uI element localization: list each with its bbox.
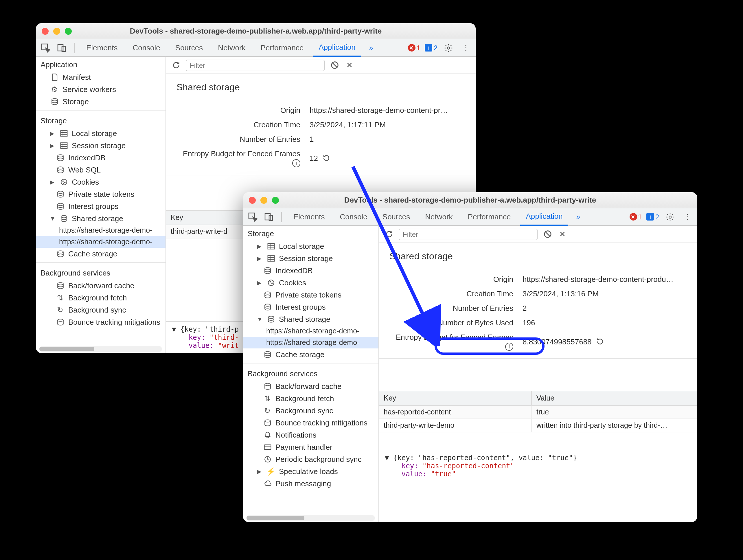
sync-icon: ⇅ — [55, 294, 65, 302]
info-icon[interactable]: i — [505, 342, 513, 350]
chevron-down-icon[interactable]: ▼ — [50, 215, 55, 222]
sidebar-item-bfcache[interactable]: Back/forward cache — [36, 279, 166, 292]
sidebar-item-bgsync[interactable]: ↻Background sync — [36, 304, 166, 316]
tab-network[interactable]: Network — [212, 39, 251, 56]
minimize-icon[interactable] — [53, 28, 60, 35]
tab-sources[interactable]: Sources — [377, 208, 416, 225]
sidebar-item-websql[interactable]: Web SQL — [36, 164, 166, 176]
minimize-icon[interactable] — [260, 197, 267, 204]
settings-icon[interactable] — [664, 210, 676, 223]
sidebar-scrollbar[interactable] — [39, 346, 162, 352]
chevron-down-icon[interactable]: ▼ — [257, 316, 263, 322]
sidebar-item-tokens[interactable]: Private state tokens — [36, 188, 166, 200]
sidebar-item-interest[interactable]: Interest groups — [243, 301, 379, 313]
sidebar-shared-origin[interactable]: https://shared-storage-demo- — [36, 225, 166, 236]
sidebar-item-cache[interactable]: Cache storage — [36, 248, 166, 260]
sidebar-item-bounce[interactable]: Bounce tracking mitigations — [243, 417, 379, 429]
chevron-right-icon[interactable]: ▶ — [257, 279, 263, 286]
sidebar-shared-origin-selected[interactable]: https://shared-storage-demo- — [243, 337, 379, 348]
sidebar-item-local-storage[interactable]: ▶Local storage — [243, 240, 379, 252]
tab-console[interactable]: Console — [334, 208, 373, 225]
sidebar-item-session-storage[interactable]: ▶Session storage — [36, 139, 166, 152]
sidebar-item-cache[interactable]: Cache storage — [243, 348, 379, 360]
sidebar-item-speculative[interactable]: ▶⚡Speculative loads — [243, 465, 379, 477]
tab-application[interactable]: Application — [313, 39, 361, 56]
sidebar-item-bgfetch[interactable]: ⇅Background fetch — [243, 392, 379, 404]
sidebar-item-bgsync[interactable]: ↻Background sync — [243, 404, 379, 417]
detail-line[interactable]: ▼ {key: "has-reported-content", value: "… — [385, 454, 692, 462]
chevron-right-icon[interactable]: ▶ — [257, 243, 263, 250]
kebab-icon[interactable]: ⋮ — [460, 41, 472, 54]
zoom-icon[interactable] — [65, 28, 72, 35]
sidebar-item-indexeddb[interactable]: IndexedDB — [243, 264, 379, 277]
sidebar-item-push[interactable]: Push messaging — [243, 477, 379, 490]
table-row[interactable]: third-party-write-demowritten into third… — [379, 419, 697, 432]
sidebar-item-bgfetch[interactable]: ⇅Background fetch — [36, 292, 166, 304]
sidebar-item-local-storage[interactable]: ▶Local storage — [36, 127, 166, 139]
sidebar-item-manifest[interactable]: Manifest — [36, 71, 166, 83]
device-icon[interactable] — [263, 210, 275, 223]
table-icon — [266, 243, 275, 250]
chevron-right-icon[interactable]: ▶ — [50, 142, 55, 149]
sidebar-item-cookies[interactable]: ▶Cookies — [243, 277, 379, 289]
tab-performance[interactable]: Performance — [255, 39, 310, 56]
sidebar-item-service-workers[interactable]: ⚙Service workers — [36, 83, 166, 95]
filter-input[interactable] — [399, 228, 537, 240]
message-count[interactable]: i2 — [425, 44, 437, 52]
sidebar-item-periodic[interactable]: Periodic background sync — [243, 453, 379, 465]
sidebar-item-notifications[interactable]: Notifications — [243, 429, 379, 441]
sidebar-item-tokens[interactable]: Private state tokens — [243, 289, 379, 301]
chevron-right-icon[interactable]: ▶ — [50, 179, 55, 185]
sidebar-shared-origin-selected[interactable]: https://shared-storage-demo- — [36, 236, 166, 248]
tab-console[interactable]: Console — [127, 39, 166, 56]
close-icon[interactable]: ✕ — [557, 229, 568, 239]
tab-sources[interactable]: Sources — [170, 39, 209, 56]
info-icon[interactable]: i — [292, 159, 300, 167]
table-icon — [59, 142, 68, 149]
more-tabs-icon[interactable]: » — [572, 210, 585, 223]
table-row[interactable]: has-reported-contenttrue — [379, 405, 697, 419]
chevron-right-icon[interactable]: ▶ — [257, 468, 263, 475]
refresh-icon[interactable] — [171, 60, 181, 70]
refresh-icon[interactable] — [384, 229, 394, 239]
sidebar-item-shared-storage[interactable]: ▼Shared storage — [243, 313, 379, 325]
inspect-icon[interactable] — [247, 210, 259, 223]
tab-network[interactable]: Network — [419, 208, 458, 225]
sidebar-shared-origin[interactable]: https://shared-storage-demo- — [243, 325, 379, 337]
close-icon[interactable]: ✕ — [344, 60, 355, 70]
sidebar-item-cookies[interactable]: ▶Cookies — [36, 176, 166, 188]
sidebar-item-interest[interactable]: Interest groups — [36, 200, 166, 212]
sidebar-item-payment[interactable]: Payment handler — [243, 441, 379, 453]
clear-all-icon[interactable] — [329, 60, 340, 70]
more-tabs-icon[interactable]: » — [365, 41, 378, 54]
close-icon[interactable] — [249, 197, 256, 204]
settings-icon[interactable] — [442, 41, 455, 54]
sidebar-item-indexeddb[interactable]: IndexedDB — [36, 152, 166, 164]
chevron-right-icon[interactable]: ▶ — [50, 130, 55, 137]
sidebar-scrollbar[interactable] — [247, 515, 375, 521]
error-count[interactable]: ✕1 — [629, 213, 642, 221]
chevron-right-icon[interactable]: ▶ — [257, 255, 263, 262]
error-count[interactable]: ✕1 — [408, 44, 420, 52]
kebab-icon[interactable]: ⋮ — [681, 210, 694, 223]
sidebar-item-shared-storage[interactable]: ▼Shared storage — [36, 212, 166, 225]
tab-performance[interactable]: Performance — [462, 208, 517, 225]
device-icon[interactable] — [55, 41, 68, 54]
reset-icon[interactable] — [322, 154, 331, 162]
clear-all-icon[interactable] — [542, 229, 553, 239]
tab-elements[interactable]: Elements — [80, 39, 123, 56]
message-count[interactable]: i2 — [647, 213, 659, 221]
grid-key-header[interactable]: Key — [379, 391, 532, 405]
tab-application[interactable]: Application — [520, 208, 568, 225]
sidebar-item-storage[interactable]: Storage — [36, 95, 166, 107]
sidebar-item-session-storage[interactable]: ▶Session storage — [243, 252, 379, 264]
filter-input[interactable] — [186, 59, 324, 71]
inspect-icon[interactable] — [39, 41, 52, 54]
zoom-icon[interactable] — [272, 197, 279, 204]
grid-value-header[interactable]: Value — [532, 391, 697, 405]
close-icon[interactable] — [42, 28, 49, 35]
sidebar-item-bfcache[interactable]: Back/forward cache — [243, 380, 379, 392]
tab-elements[interactable]: Elements — [288, 208, 331, 225]
sidebar-item-bounce[interactable]: Bounce tracking mitigations — [36, 316, 166, 328]
reset-icon[interactable] — [596, 338, 604, 346]
